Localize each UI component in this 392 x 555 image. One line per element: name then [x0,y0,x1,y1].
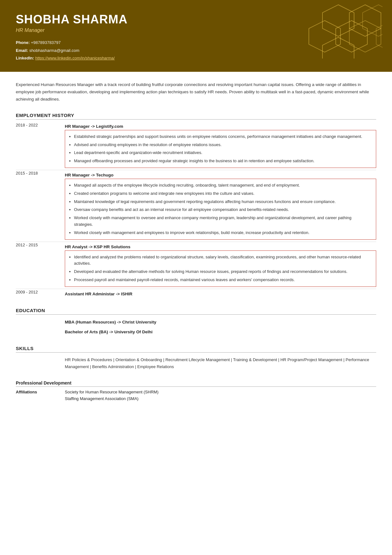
job-detail: HR Manager -> Legistify.comEstablished s… [65,122,376,170]
job-bullet-item: Worked closely with management and emplo… [74,230,371,236]
affiliation-value: Staffing Management Association (SMA) [65,395,376,402]
education-title: EDUCATION [16,308,376,315]
edu-empty-col [16,327,65,337]
email-label: Email: [16,48,28,53]
employment-row: 2015 - 2018HR Manager -> TechugoManaged … [16,170,376,242]
edu-empty-col [16,317,65,327]
employment-row: 2009 - 2012Assistant HR Administar -> IS… [16,289,376,299]
job-bullet-item: Processed payroll and maintained payroll… [74,277,371,283]
job-bullet-item: Managed offboarding processes and provid… [74,158,371,164]
job-bullet-item: Created orientation programs to welcome … [74,190,371,197]
education-section: EDUCATION MBA (Human Resources) -> Chris… [16,308,376,337]
employment-table: 2018 - 2022HR Manager -> Legistify.comEs… [16,122,376,299]
resume-content: Experienced Human Resources Manager with… [0,72,392,423]
affiliation-row: Staffing Management Association (SMA) [16,395,376,402]
job-bullet-item: Worked closely with management to overse… [74,215,371,228]
job-bullet-item: Maintained knowledge of legal requiremen… [74,199,371,205]
linkedin-link[interactable]: https://www.linkedin.com/in/shanicesharm… [35,56,114,60]
prof-dev-section: Professional Development AffiliationsSoc… [16,380,376,402]
affiliation-row: AffiliationsSociety for Human Resource M… [16,389,376,395]
job-title: Assistant HR Administar -> ISHIR [65,292,376,296]
job-bullets-list: Identified and analyzed the problems rel… [65,250,376,287]
job-dates: 2012 - 2015 [16,242,65,289]
edu-degree: MBA (Human Resources) -> Christ Universi… [65,317,376,327]
job-bullet-item: Lead department-specific and organizatio… [74,150,371,156]
phone-value: +987893783797 [31,40,61,45]
education-row: Bachelor of Arts (BA) -> University Of D… [16,327,376,337]
linkedin-label: LinkedIn: [16,56,34,60]
employment-section: EMPLOYMENT HISTORY 2018 - 2022HR Manager… [16,113,376,299]
skills-section: SKILLS HR Policies & Procedures | Orient… [16,346,376,372]
job-bullet-item: Advised and consulting employees in the … [74,142,371,148]
affiliations-table: AffiliationsSociety for Human Resource M… [16,389,376,402]
svg-marker-0 [281,3,313,35]
edu-degree-text: MBA (Human Resources) -> Christ Universi… [65,318,376,326]
education-row: MBA (Human Resources) -> Christ Universi… [16,317,376,327]
job-bullet-item: Developed and evaluated the alternative … [74,268,371,275]
affiliation-value: Society for Human Resource Management (S… [65,389,376,395]
phone-label: Phone: [16,40,30,45]
job-title: HR Analyst -> KSP HR Solutions [65,244,376,249]
job-bullet-item: Identified and analyzed the problems rel… [74,254,371,267]
job-detail: Assistant HR Administar -> ISHIR [65,289,376,299]
affiliation-label: Affiliations [16,389,65,395]
job-detail: HR Manager -> TechugoManaged all aspects… [65,170,376,242]
education-table: MBA (Human Resources) -> Christ Universi… [16,317,376,337]
edu-degree: Bachelor of Arts (BA) -> University Of D… [65,327,376,337]
job-title: HR Manager -> Legistify.com [65,124,376,129]
summary-text: Experienced Human Resources Manager with… [16,81,376,103]
skills-text: HR Policies & Procedures | Orientation &… [65,356,376,370]
job-bullet-item: Established strategic partnerships and s… [74,133,371,140]
skills-title: SKILLS [16,346,376,353]
employment-row: 2012 - 2015HR Analyst -> KSP HR Solution… [16,242,376,289]
job-title: HR Manager -> Techugo [65,173,376,177]
hex-decoration [281,3,383,59]
job-bullets-list: Established strategic partnerships and s… [65,130,376,168]
resume-header: SHOBHA SHARMA HR Manager Phone: +9878937… [0,0,392,72]
job-bullet-item: Oversaw company benefits and act as an i… [74,207,371,213]
job-detail: HR Analyst -> KSP HR SolutionsIdentified… [65,242,376,289]
edu-degree-text: Bachelor of Arts (BA) -> University Of D… [65,328,376,336]
prof-dev-title: Professional Development [16,380,376,387]
job-bullets-list: Managed all aspects of the employee life… [65,179,376,240]
skills-empty-col [16,355,65,372]
employment-title: EMPLOYMENT HISTORY [16,113,376,120]
job-dates: 2018 - 2022 [16,122,65,170]
job-dates: 2009 - 2012 [16,289,65,299]
employment-row: 2018 - 2022HR Manager -> Legistify.comEs… [16,122,376,170]
job-dates: 2015 - 2018 [16,170,65,242]
email-value: shobhasharma@gmail.com [29,48,79,53]
job-bullet-item: Managed all aspects of the employee life… [74,182,371,189]
affiliation-label [16,395,65,402]
